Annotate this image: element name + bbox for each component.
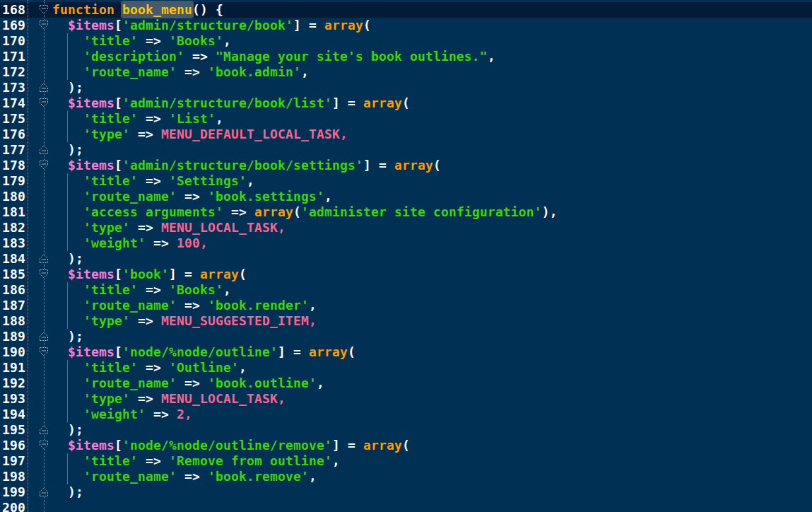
line-number[interactable]: 173	[0, 80, 28, 95]
indent-guide	[67, 111, 68, 127]
line-number[interactable]: 198	[0, 469, 28, 484]
code-line-text[interactable]: 'route_name' => 'book.outline',	[52, 376, 812, 391]
code-token: array	[309, 344, 348, 359]
line-number[interactable]: 175	[0, 111, 28, 127]
line-number[interactable]: 199	[0, 484, 28, 500]
line-number[interactable]: 191	[0, 360, 28, 376]
line-number[interactable]: 179	[0, 173, 28, 189]
code-token: 'route_name'	[83, 376, 177, 390]
code-token: 'title'	[83, 173, 138, 188]
code-line-text[interactable]: );	[52, 422, 812, 438]
line-number[interactable]: 190	[0, 344, 28, 360]
line-number[interactable]: 181	[0, 204, 28, 220]
code-token: =>	[177, 64, 208, 79]
line-number[interactable]: 174	[0, 95, 28, 111]
code-token	[52, 158, 68, 173]
fold-column	[28, 2, 52, 18]
line-number[interactable]: 178	[0, 158, 28, 173]
code-line-text[interactable]: $items['admin/structure/book/settings'] …	[52, 158, 812, 173]
line-number[interactable]: 177	[0, 142, 28, 158]
line-number[interactable]: 170	[0, 33, 28, 49]
code-line-text[interactable]: 'weight' => 2,	[52, 407, 812, 422]
code-line-text[interactable]: );	[52, 329, 812, 344]
line-number[interactable]: 187	[0, 298, 28, 313]
code-token: $items	[68, 267, 114, 281]
code-line-text[interactable]: 'route_name' => 'book.settings',	[52, 189, 812, 204]
code-line-text[interactable]: $items['admin/structure/book'] = array(	[52, 18, 812, 33]
code-token: =>	[130, 127, 161, 141]
fold-column	[28, 251, 52, 267]
code-line-text[interactable]: 'title' => 'Outline',	[52, 360, 812, 376]
code-line-text[interactable]: 'type' => MENU_DEFAULT_LOCAL_TASK,	[52, 127, 812, 142]
code-line-text[interactable]: 'title' => 'Books',	[52, 282, 812, 298]
line-number[interactable]: 186	[0, 282, 28, 298]
fold-column	[28, 142, 52, 158]
line-number[interactable]: 200	[0, 500, 28, 512]
line-number[interactable]: 171	[0, 49, 28, 64]
code-line-text[interactable]: 'route_name' => 'book.render',	[52, 298, 812, 313]
code-line-text[interactable]: 'type' => MENU_LOCAL_TASK,	[52, 391, 812, 407]
line-number[interactable]: 176	[0, 127, 28, 142]
code-token	[52, 235, 83, 250]
code-line-text[interactable]: 'title' => 'Remove from outline',	[52, 453, 812, 469]
code-line-text[interactable]: $items['node/%node/outline/remove'] = ar…	[52, 438, 812, 453]
code-token: =>	[138, 173, 169, 188]
code-line-text[interactable]: );	[52, 80, 812, 95]
code-line-text[interactable]: );	[52, 142, 812, 158]
code-token: 'book.outline'	[208, 376, 317, 390]
code-token	[52, 220, 83, 235]
code-line-text[interactable]: 'access arguments' => array('administer …	[52, 204, 812, 220]
line-number[interactable]: 192	[0, 376, 28, 391]
code-token: "Manage your site's book outlines."	[216, 49, 488, 64]
code-line-text[interactable]: 'description' => "Manage your site's boo…	[52, 49, 812, 64]
code-token: =>	[130, 313, 161, 328]
fold-column	[28, 18, 52, 33]
code-line-text[interactable]: 'weight' => 100,	[52, 235, 812, 251]
indent-guide	[67, 391, 68, 407]
fold-column	[28, 235, 52, 251]
code-line-text[interactable]: 'title' => 'Books',	[52, 33, 812, 49]
line-number[interactable]: 184	[0, 251, 28, 267]
code-line-text[interactable]: $items['admin/structure/book/list'] = ar…	[52, 95, 812, 111]
line-number[interactable]: 193	[0, 391, 28, 407]
fold-column	[28, 64, 52, 80]
code-line-text[interactable]: 'type' => MENU_SUGGESTED_ITEM,	[52, 313, 812, 329]
line-number[interactable]: 195	[0, 422, 28, 438]
code-row: 182 'type' => MENU_LOCAL_TASK,	[0, 220, 812, 235]
code-line-text[interactable]: $items['book'] = array(	[52, 267, 812, 282]
code-line-text[interactable]: 'title' => 'List',	[52, 111, 812, 127]
code-token: MENU_LOCAL_TASK,	[161, 220, 286, 235]
code-line-text[interactable]: 'route_name' => 'book.admin',	[52, 64, 812, 80]
code-line-text[interactable]: 'title' => 'Settings',	[52, 173, 812, 189]
line-number[interactable]: 196	[0, 438, 28, 453]
line-number[interactable]: 172	[0, 64, 28, 80]
line-number[interactable]: 194	[0, 407, 28, 422]
code-token: [	[114, 95, 122, 110]
code-line-text[interactable]: 'type' => MENU_LOCAL_TASK,	[52, 220, 812, 235]
code-token: $items	[68, 158, 114, 173]
indent-guide	[67, 298, 68, 313]
code-token: =>	[177, 298, 208, 313]
line-number[interactable]: 189	[0, 329, 28, 344]
code-line-text[interactable]: $items['node/%node/outline'] = array(	[52, 344, 812, 360]
code-line-text[interactable]: );	[52, 251, 812, 267]
line-number[interactable]: 197	[0, 453, 28, 469]
line-number[interactable]: 169	[0, 18, 28, 33]
line-number[interactable]: 183	[0, 235, 28, 251]
code-token: 2,	[177, 407, 192, 421]
code-line-text[interactable]	[52, 500, 812, 512]
code-token: 'admin/structure/book'	[122, 18, 293, 33]
code-line-text[interactable]: 'route_name' => 'book.remove',	[52, 469, 812, 484]
line-number[interactable]: 185	[0, 267, 28, 282]
line-number[interactable]: 168	[0, 2, 28, 18]
line-number[interactable]: 182	[0, 220, 28, 235]
code-token: 'route_name'	[83, 189, 177, 204]
code-line-text[interactable]: );	[52, 484, 812, 500]
line-number[interactable]: 180	[0, 189, 28, 204]
code-line-text[interactable]: function book_menu() {	[52, 2, 812, 18]
code-editor[interactable]: 168function book_menu() {169 $items['adm…	[0, 0, 812, 512]
code-token	[52, 49, 83, 64]
line-number[interactable]: 188	[0, 313, 28, 329]
code-row: 173 );	[0, 80, 812, 95]
code-row: 190 $items['node/%node/outline'] = array…	[0, 344, 812, 360]
